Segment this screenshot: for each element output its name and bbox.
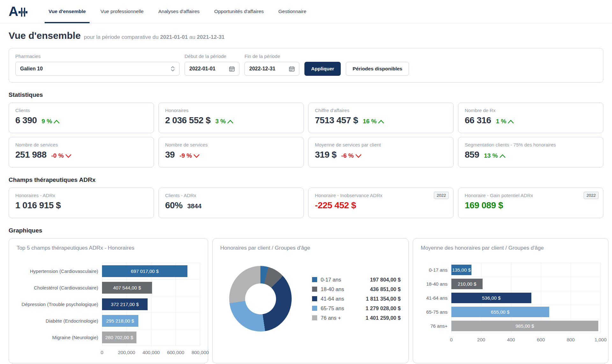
tab-label: Analyses d'affaires	[158, 9, 200, 14]
page-subtitle: pour la période comparative du 2021-01-0…	[84, 34, 224, 40]
bar-diabete: 295 218,00 $	[102, 315, 138, 327]
year-badge: 2022	[434, 192, 449, 199]
top-navigation: A Vue d'ensemble Vue professionnelle Ana…	[0, 0, 612, 23]
stat-label: Moyenne de services par client	[315, 142, 447, 147]
comparative-date-to: 2021-12-31	[197, 34, 225, 40]
trend-down-indicator: -0 %	[51, 152, 72, 159]
comparative-date-from: 2021-01-01	[160, 34, 188, 40]
end-date-value: 2022-12-31	[249, 66, 275, 72]
start-date-value: 2022-01-01	[189, 66, 215, 72]
adrx-value-negative: -225 452 $	[315, 200, 356, 211]
adrx-row: Honoraires - ADRx 1 016 915 $ Clients - …	[0, 188, 612, 218]
x-axis: 0 200 400 600 800 1,000	[451, 336, 601, 344]
logo-letter: A	[9, 4, 18, 19]
year-badge: 2022	[584, 192, 599, 199]
charts-section-title: Graphiques	[0, 227, 612, 234]
stat-card-moyenne-services: Moyenne de services par client 319 $ -6 …	[308, 137, 454, 168]
charts-row: Top 5 champs thérapeutiques ADRx - Honor…	[0, 238, 612, 364]
tab-label: Gestionnaire	[278, 9, 306, 14]
stat-value: 39	[165, 150, 175, 160]
trend-up-indicator: 13 %	[484, 152, 506, 159]
bar-18-40: 210,00 $	[451, 279, 483, 289]
stat-label: Honoraires	[165, 108, 297, 113]
apply-button[interactable]: Appliquer	[304, 62, 341, 76]
end-date-label: Fin de la période	[244, 54, 299, 59]
stat-card-nombre-services-2: Nombre de services 39 -9 %	[158, 137, 304, 168]
donut-chart	[229, 266, 292, 332]
bar-migraine: 280 702,00 $	[102, 332, 136, 343]
plus-cross-icon	[18, 8, 27, 17]
legend-item: 0-17 ans197 804,00 $	[312, 277, 401, 283]
stat-value: 7513 457 $	[315, 115, 358, 125]
adrx-card-honoraires: Honoraires - ADRx 1 016 915 $	[9, 188, 154, 218]
stat-label: Segmentation clients - 75% des honoraire…	[465, 142, 597, 147]
chart-moyenne-honoraires: Moyenne des honoraires par client / Grou…	[413, 238, 608, 363]
stat-card-chiffre-daffaires: Chiffre d'affaires 7513 457 $ 16 %	[308, 103, 454, 133]
donut-hole	[245, 283, 276, 314]
legend-item: 65-75 ans1 279 028,00 $	[312, 305, 401, 311]
tab-vue-densemble[interactable]: Vue d'ensemble	[43, 0, 91, 23]
page-header: Vue d'ensemble pour la période comparati…	[0, 23, 612, 42]
legend-item: 41-64 ans1 811 354,00 $	[312, 296, 401, 302]
tab-opportunites-daffaires[interactable]: Opportunités d'affaires	[208, 0, 269, 23]
stats-row-1: Clients 6 390 9 % Honoraires 2 036 552 $…	[0, 103, 612, 133]
adrx-value: 60%	[165, 200, 183, 211]
chart-title: Moyenne des honoraires par client / Grou…	[421, 245, 601, 251]
filter-panel: Pharmacies Galien 10 Début de la période…	[9, 48, 603, 82]
stats-section-title: Statistiques	[0, 91, 612, 98]
stat-value: 2 036 552 $	[165, 115, 210, 125]
start-date-input[interactable]: 2022-01-01	[185, 62, 239, 76]
stat-card-clients: Clients 6 390 9 %	[9, 103, 154, 133]
available-periods-button[interactable]: Périodes disponibles	[346, 62, 409, 76]
legend-item: 76 ans +1 401 259,00 $	[312, 315, 401, 321]
tab-label: Opportunités d'affaires	[214, 9, 264, 14]
chart-legend: 0-17 ans197 804,00 $ 18-40 ans436 851,00…	[312, 277, 401, 321]
chart-plot-area: 135,00 $ 210,00 $ 536,00 $ 655,00 $ 985,…	[451, 263, 601, 333]
trend-down-indicator: -6 %	[341, 152, 362, 159]
pharmacy-selected-value: Galien 10	[20, 66, 43, 72]
adrx-value: 1 016 915 $	[15, 200, 61, 211]
pharmacy-select[interactable]: Galien 10	[15, 62, 179, 76]
legend-swatch	[312, 287, 317, 292]
legend-swatch	[312, 296, 317, 301]
tab-gestionnaire[interactable]: Gestionnaire	[273, 0, 312, 23]
tab-label: Vue d'ensemble	[48, 9, 86, 14]
adrx-client-count: 3844	[187, 203, 202, 210]
legend-swatch	[312, 306, 317, 311]
stat-value: 66 316	[465, 115, 491, 125]
chart-honoraires-groupes-age: Honoraires par client / Groupes d'âge 0-…	[212, 238, 409, 363]
chart-title: Honoraires par client / Groupes d'âge	[220, 245, 401, 251]
trend-up-indicator: 3 %	[215, 118, 234, 125]
chart-category-labels: Hypertension (Cardiovasculaire) Cholesté…	[17, 263, 102, 357]
stat-value: 251 988	[15, 150, 47, 160]
end-date-input[interactable]: 2022-12-31	[244, 62, 299, 76]
legend-item: 18-40 ans436 851,00 $	[312, 286, 401, 292]
bar-41-64: 536,00 $	[451, 293, 531, 303]
bar-76-plus: 985,00 $	[451, 321, 598, 331]
adrx-card-inobservance: 2022 Honoraire - Inobservance ADRx -225 …	[308, 188, 454, 218]
main-tabs: Vue d'ensemble Vue professionnelle Analy…	[43, 0, 312, 23]
start-date-label: Début de la période	[185, 54, 239, 59]
subtitle-middle: au	[189, 34, 195, 40]
bar-cholesterol: 407 544,00 $	[102, 282, 152, 294]
page-title: Vue d'ensemble	[9, 30, 81, 41]
chart-plot-area: 697 017,00 $ 407 544,00 $ 372 217,00 $ 2…	[102, 263, 200, 346]
select-updown-icon	[171, 66, 175, 71]
stat-card-nombre-services: Nombre de services 251 988 -0 %	[9, 137, 154, 168]
legend-swatch	[312, 315, 317, 320]
stat-label: Nombre de services	[15, 142, 147, 147]
calendar-icon	[229, 66, 235, 72]
legend-swatch	[312, 277, 317, 282]
stat-value: 319 $	[315, 150, 337, 160]
tab-analyses-daffaires[interactable]: Analyses d'affaires	[153, 0, 205, 23]
stat-card-honoraires: Honoraires 2 036 552 $ 3 %	[158, 103, 304, 133]
adrx-section-title: Champs thérapeutiques ADRx	[0, 176, 612, 183]
tab-label: Vue professionnelle	[100, 9, 144, 14]
calendar-icon	[289, 66, 295, 72]
adrx-label: Clients - ADRx	[165, 193, 297, 198]
chart-title: Top 5 champs thérapeutiques ADRx - Honor…	[17, 245, 200, 251]
stat-value: 6 390	[15, 115, 37, 125]
tab-vue-professionnelle[interactable]: Vue professionnelle	[95, 0, 149, 23]
adrx-value-positive: 169 089 $	[465, 200, 503, 211]
chart-category-labels: 0-17 ans 18-40 ans 41-64 ans 65-75 ans 7…	[421, 263, 451, 344]
